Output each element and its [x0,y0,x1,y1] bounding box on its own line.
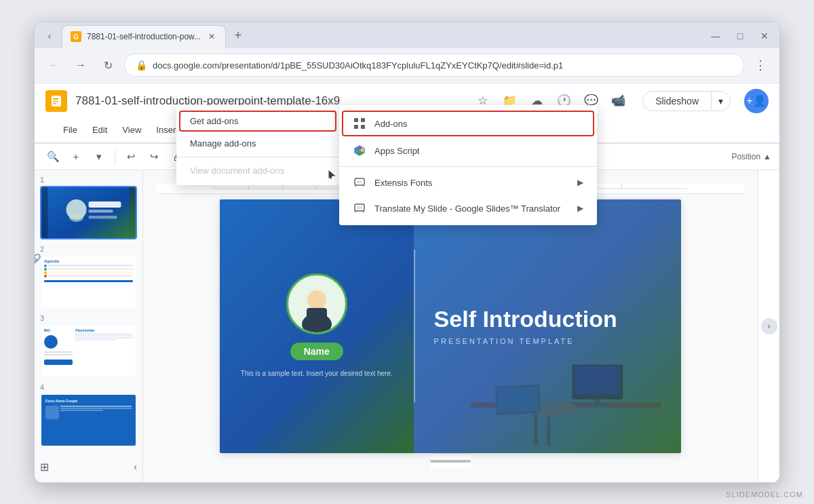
slideshow-btn-group: Slideshow ▾ [642,91,731,111]
view-doc-addons-item[interactable]: View document add-ons [176,160,339,181]
extensions-dropdown: Get add-ons Manage add-ons View document… [176,105,339,185]
svg-rect-8 [89,210,113,213]
slide-name-tag: Name [290,343,343,360]
translate-arrow: ▶ [577,203,583,213]
user-avatar-btn[interactable]: +👤 [744,89,769,113]
slide-4-container: 4 Facts About Google [40,383,137,447]
addons-item-extensis[interactable]: Extensis Fonts ▶ [339,170,597,195]
position-label: Position ▲ [731,152,771,161]
addons-item-addons[interactable]: Add-ons [342,111,594,136]
addons-grid-icon [353,117,366,130]
slide-background: Name This is a sample text. Insert your … [220,199,681,453]
translate-icon [353,201,366,215]
submenu-divider [339,166,597,167]
redo-btn[interactable]: ↪ [144,147,164,167]
zoom-in-btn[interactable]: + [66,147,86,167]
video-btn[interactable]: 📹 [607,90,629,112]
slide-panel: 1 [35,170,143,482]
slideshow-btn[interactable]: Slideshow [642,91,711,111]
grid-view-btn[interactable]: ⊞ [40,461,49,473]
tab-bar: ‹ G 7881-01-self-introduction-pow... ✕ +… [35,22,779,48]
svg-rect-7 [89,201,121,208]
address-bar: ← → ↻ 🔒 docs.google.com/presentation/d/1… [35,48,779,83]
slideshow-dropdown-btn[interactable]: ▾ [711,91,731,111]
url-text: docs.google.com/presentation/d/1pBE_55SU… [153,60,733,71]
forward-btn[interactable]: → [70,54,92,76]
svg-text:│: │ [620,184,623,190]
svg-rect-1 [53,98,58,100]
slide-4-number: 4 [40,383,137,391]
reload-btn[interactable]: ↻ [97,54,119,76]
slide-1-number: 1 [40,176,137,184]
new-tab-btn[interactable]: + [229,26,248,45]
svg-rect-25 [307,308,327,324]
manage-addons-item[interactable]: Manage add-ons [176,133,339,154]
lock-icon: 🔒 [136,60,147,71]
browser-window: ‹ G 7881-01-self-introduction-pow... ✕ +… [34,22,780,483]
svg-rect-33 [588,404,607,406]
slide-2-number: 2 🔗 [40,245,137,253]
search-toolbar-btn[interactable]: 🔍 [43,147,63,167]
svg-rect-36 [354,118,358,122]
svg-point-23 [307,290,326,309]
minimize-btn[interactable]: — [706,26,725,45]
window-controls: — □ ✕ [706,26,774,48]
extensis-arrow: ▶ [577,178,583,187]
right-sidebar: › [758,170,779,482]
toolbar-divider-1 [115,149,115,164]
addons-item-translate[interactable]: Translate My Slide - Google Slides™ Tran… [339,195,597,221]
svg-rect-39 [361,125,365,129]
svg-rect-3 [53,103,56,104]
close-btn[interactable]: ✕ [755,26,774,45]
zoom-out-btn[interactable]: ▾ [89,147,109,167]
svg-rect-35 [497,386,539,412]
slide-1-container: 1 [40,176,137,239]
slide-thumb-1[interactable] [40,186,137,239]
watermark: SLIDEMODEL.COM [726,490,803,499]
extensis-icon [353,176,366,189]
dropdown-divider [176,157,339,157]
menu-file[interactable]: File [56,121,84,138]
slide-sample-text: This is a sample text. Insert your desir… [230,368,404,379]
slide-thumb-4[interactable]: Facts About Google [40,393,137,447]
svg-rect-4 [48,187,130,238]
svg-point-6 [69,214,83,222]
menu-view[interactable]: View [115,121,148,138]
slide-3-number: 3 [40,314,137,322]
undo-btn[interactable]: ↩ [121,147,141,167]
browser-tab-active[interactable]: G 7881-01-self-introduction-pow... ✕ [62,25,226,48]
tab-title: 7881-01-self-introduction-pow... [87,32,201,41]
slide-thumb-2[interactable]: Agenda [40,255,137,309]
slide-2-container: 2 🔗 Agenda [40,245,137,309]
bottom-bar [430,453,471,469]
tab-favicon: G [71,31,81,42]
svg-rect-9 [89,216,117,219]
svg-rect-38 [354,125,358,129]
svg-rect-31 [575,366,620,395]
slide-thumb-3[interactable]: BIO Placeholder [40,324,137,378]
collapse-panel-btn[interactable]: ‹ [134,461,137,472]
addons-item-apps-script[interactable]: Apps Script [339,138,597,163]
svg-rect-2 [53,101,58,102]
slide-canvas: Name This is a sample text. Insert your … [220,199,681,453]
svg-rect-37 [361,118,365,122]
tab-back-btn[interactable]: ‹ [40,26,59,45]
get-addons-item[interactable]: Get add-ons [179,111,336,132]
menu-edit[interactable]: Edit [85,121,114,138]
docs-logo [45,90,67,112]
addons-submenu: Add-ons Apps Script [339,105,597,225]
svg-rect-48 [357,180,362,183]
apps-script-icon [353,144,366,157]
more-options-btn[interactable]: ⋮ [750,54,771,76]
right-panel-collapse-btn[interactable]: › [761,318,777,334]
svg-rect-52 [357,206,362,209]
slide-3-container: 3 BIO Placeholder [40,314,137,378]
tab-close-btn[interactable]: ✕ [206,31,217,42]
scroll-indicator [430,460,471,463]
maximize-btn[interactable]: □ [731,26,750,45]
back-btn[interactable]: ← [43,54,64,76]
url-bar[interactable]: 🔒 docs.google.com/presentation/d/1pBE_55… [124,54,744,77]
